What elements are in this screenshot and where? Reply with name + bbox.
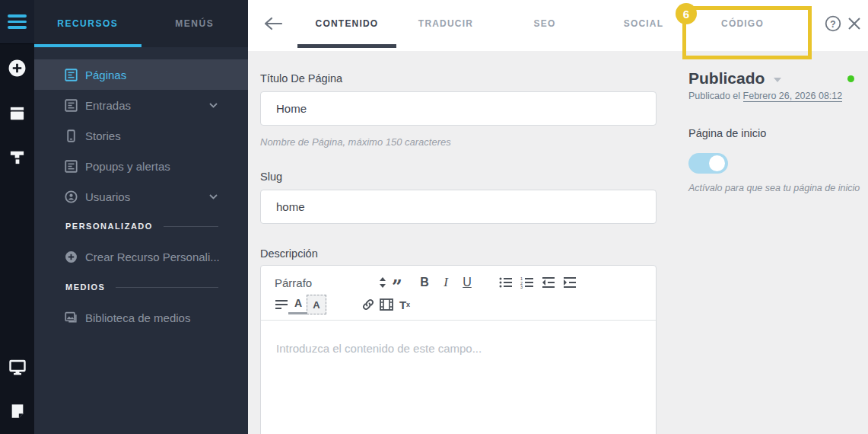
paragraph-format-select[interactable]: Párrafo [275,273,387,292]
arrow-left-icon [263,15,285,32]
page-title-input[interactable] [260,91,657,126]
sidebar-item-label: Stories [85,129,121,142]
italic-button[interactable]: I [436,273,456,292]
svg-text:?: ? [830,19,835,30]
published-on-prefix: Publicado el [688,91,743,101]
box-icon [8,104,26,122]
sidebar-item-stories[interactable]: Stories [34,120,248,151]
description-editor-body[interactable]: Introduzca el contenido de este campo... [261,321,656,376]
active-tab-underline [297,44,396,48]
notes-button[interactable] [0,398,34,424]
bold-button[interactable]: B [415,273,434,292]
document-icon [65,160,78,173]
bullet-list-button[interactable] [496,273,516,292]
monitor-icon [8,358,27,376]
header-divider [116,287,218,288]
add-button[interactable] [0,55,34,81]
back-button[interactable] [263,13,285,34]
highlight-color-button[interactable]: A [307,295,326,314]
editor-placeholder: Introduzca el contenido de este campo... [276,342,482,355]
sidebar-item-popups[interactable]: Popups y alertas [34,151,248,181]
homepage-toggle[interactable] [688,153,728,174]
section-header-medios: MEDIOS [65,280,218,294]
content-library-button[interactable] [0,100,34,126]
tab-menus[interactable]: MENÚS [141,0,249,47]
icon-rail [0,0,34,434]
plus-circle-icon [8,59,27,78]
published-date-link[interactable]: Febrero 26, 2026 08:12 [743,91,843,102]
description-editor: Párrafo ” B I U 123 [260,265,657,434]
sidebar-item-biblioteca[interactable]: Biblioteca de medios [34,302,248,333]
sidebar-item-crear-recurso[interactable]: Crear Recurso Personali... [34,241,248,272]
hamburger-icon [8,14,27,29]
plus-circle-icon [65,251,78,263]
main-menu-button[interactable] [0,0,34,44]
editor-toolbar: Párrafo ” B I U 123 [261,266,656,321]
caret-down-icon [774,78,781,82]
numbered-list-icon: 123 [520,276,534,289]
close-button[interactable] [846,14,864,33]
tab-social[interactable]: SOCIAL [594,0,693,47]
active-tab-underline [34,44,141,47]
clear-format-label: T [399,298,406,311]
svg-text:3: 3 [520,285,523,289]
tab-traducir[interactable]: TRADUCIR [396,0,495,47]
tab-seo[interactable]: SEO [495,0,594,47]
film-icon [380,298,393,311]
user-icon [65,190,78,203]
chevron-down-icon [209,194,218,199]
link-icon [361,298,375,311]
outdent-icon [542,276,555,289]
bullet-list-icon [499,276,513,289]
font-color-button[interactable]: A [288,295,308,314]
outdent-button[interactable] [539,273,558,292]
publish-status-label: Publicado [688,69,765,88]
design-button[interactable] [0,144,34,170]
tab-contenido[interactable]: CONTENIDO [297,0,396,47]
insert-media-button[interactable] [377,295,396,314]
header-divider [164,226,218,227]
preview-button[interactable] [0,354,34,380]
sidebar-item-label: Páginas [85,69,126,81]
numbered-list-button[interactable]: 123 [517,273,537,292]
sidebar-item-label: Usuarios [85,190,130,203]
homepage-label: Página de inicio [688,127,766,139]
slug-label: Slug [260,171,282,183]
page: RECURSOS MENÚS Páginas Entradas Stories [0,0,868,434]
tab-codigo[interactable]: CÓDIGO [693,0,792,47]
sidebar-item-label: Biblioteca de medios [85,311,190,324]
description-label: Descripción [260,247,318,260]
underline-button[interactable]: U [457,273,477,292]
media-library-icon [65,311,78,324]
indent-icon [563,276,577,289]
page-title-help: Nombre de Página, máximo 150 caracteres [260,136,451,148]
sidebar-item-usuarios[interactable]: Usuarios [34,181,248,212]
sidebar-item-paginas[interactable]: Páginas [34,59,248,90]
clear-formatting-button[interactable]: Tx [395,295,415,314]
sidebar-tab-bar: RECURSOS MENÚS [34,0,248,47]
sidebar-item-entradas[interactable]: Entradas [34,90,248,120]
updown-arrows-icon [378,276,387,289]
published-status-dot [847,75,854,82]
indent-button[interactable] [560,273,580,292]
document-icon [65,69,78,81]
align-left-icon [275,299,288,310]
chevron-down-icon [209,103,218,108]
paragraph-select-value: Párrafo [275,276,312,289]
phone-icon [65,129,78,142]
link-button[interactable] [358,295,378,314]
editor-header: CONTENIDO TRADUCIR SEO SOCIAL CÓDIGO ? [248,0,868,51]
slug-input[interactable] [260,190,657,224]
editor-tab-bar: CONTENIDO TRADUCIR SEO SOCIAL CÓDIGO [297,0,792,47]
published-on-line: Publicado el Febrero 26, 2026 08:12 [688,91,842,101]
sidebar-item-label: Crear Recurso Personali... [85,251,220,263]
blockquote-button[interactable]: ” [387,273,407,292]
content-panel: Título De Página Nombre de Página, máxim… [248,51,868,434]
sidebar-item-label: Popups y alertas [85,160,170,173]
tab-recursos[interactable]: RECURSOS [34,0,141,47]
help-button[interactable]: ? [825,14,843,33]
question-circle-icon: ? [825,15,843,32]
homepage-help-text: Actívalo para que sea tu página de inici… [688,183,860,193]
publish-status-dropdown[interactable]: Publicado [688,69,781,88]
close-icon [846,15,864,32]
